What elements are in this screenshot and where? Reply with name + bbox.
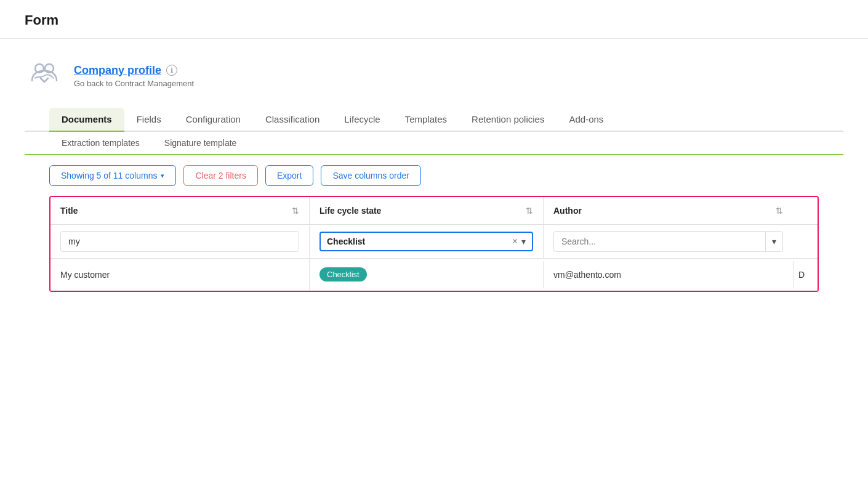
- save-order-button[interactable]: Save columns order: [321, 165, 421, 186]
- cell-title: My customer: [50, 261, 309, 288]
- columns-label: Showing 5 of 11 columns: [61, 171, 157, 180]
- tab-classification[interactable]: Classification: [253, 108, 332, 131]
- tab-retention[interactable]: Retention policies: [459, 108, 557, 131]
- tab-fields[interactable]: Fields: [124, 108, 174, 131]
- table-header-row: Title ⇅ Life cycle state ⇅ Author ⇅: [50, 197, 818, 225]
- filter-row: Checklist × ▾ ▾: [50, 225, 818, 259]
- tab-templates[interactable]: Templates: [393, 108, 459, 131]
- col-header-author: Author ⇅: [543, 197, 793, 224]
- export-button[interactable]: Export: [265, 165, 313, 186]
- title-filter-input[interactable]: [60, 231, 299, 252]
- cell-extra: D: [793, 261, 818, 288]
- chevron-down-icon: ▾: [161, 172, 164, 180]
- author-dropdown-icon[interactable]: ▾: [765, 232, 782, 251]
- sub-tab-signature[interactable]: Signature template: [152, 132, 249, 154]
- lifecycle-dropdown-icon[interactable]: ▾: [521, 237, 526, 246]
- toolbar: Showing 5 of 11 columns ▾ Clear 2 filter…: [25, 155, 843, 196]
- tab-addons[interactable]: Add-ons: [557, 108, 616, 131]
- sub-tab-extraction[interactable]: Extraction templates: [49, 132, 152, 154]
- page-title: Form: [25, 12, 58, 28]
- cell-author: vm@athento.com: [543, 261, 793, 288]
- cell-lifecycle: Checklist: [309, 259, 543, 290]
- col-lifecycle-label: Life cycle state: [319, 206, 381, 216]
- profile-section: Company profile ℹ Go back to Contract Ma…: [0, 39, 868, 292]
- export-label: Export: [277, 171, 302, 180]
- tab-documents[interactable]: Documents: [49, 108, 124, 131]
- col-title-label: Title: [60, 206, 78, 216]
- lifecycle-filter-control[interactable]: Checklist × ▾: [319, 232, 533, 251]
- profile-subtitle: Go back to Contract Management: [74, 79, 194, 88]
- filter-title-cell: [50, 225, 309, 258]
- col-header-lifecycle: Life cycle state ⇅: [309, 197, 543, 224]
- filter-lifecycle-cell: Checklist × ▾: [309, 225, 543, 257]
- sort-lifecycle-icon[interactable]: ⇅: [526, 206, 533, 216]
- main-tabs: Documents Fields Configuration Classific…: [25, 108, 843, 132]
- table-container: Title ⇅ Life cycle state ⇅ Author ⇅ Chec…: [49, 196, 819, 292]
- page-header: Form: [0, 0, 868, 39]
- lifecycle-filter-value: Checklist: [327, 237, 508, 246]
- filter-author-cell: ▾: [543, 225, 793, 258]
- sort-author-icon[interactable]: ⇅: [776, 206, 783, 216]
- sort-title-icon[interactable]: ⇅: [292, 206, 299, 216]
- save-order-label: Save columns order: [332, 171, 409, 180]
- tab-configuration[interactable]: Configuration: [174, 108, 253, 131]
- clear-filters-label: Clear 2 filters: [195, 171, 246, 180]
- col-author-label: Author: [553, 206, 582, 216]
- lifecycle-badge: Checklist: [319, 267, 367, 281]
- lifecycle-clear-icon[interactable]: ×: [512, 237, 518, 246]
- profile-name-row: Company profile ℹ: [74, 64, 194, 77]
- profile-header: Company profile ℹ Go back to Contract Ma…: [25, 56, 843, 95]
- clear-filters-button[interactable]: Clear 2 filters: [183, 165, 257, 186]
- author-filter-control: ▾: [553, 231, 783, 252]
- tab-lifecycle[interactable]: Lifecycle: [332, 108, 392, 131]
- columns-button[interactable]: Showing 5 of 11 columns ▾: [49, 165, 176, 186]
- table-row: My customer Checklist vm@athento.com D: [50, 259, 818, 291]
- profile-name-link[interactable]: Company profile: [74, 64, 161, 77]
- profile-name-group: Company profile ℹ Go back to Contract Ma…: [74, 64, 194, 88]
- sub-tabs: Extraction templates Signature template: [25, 132, 843, 155]
- col-header-title: Title ⇅: [50, 197, 309, 224]
- profile-icon: [25, 56, 64, 95]
- author-filter-input[interactable]: [554, 232, 765, 251]
- info-icon[interactable]: ℹ: [166, 65, 177, 76]
